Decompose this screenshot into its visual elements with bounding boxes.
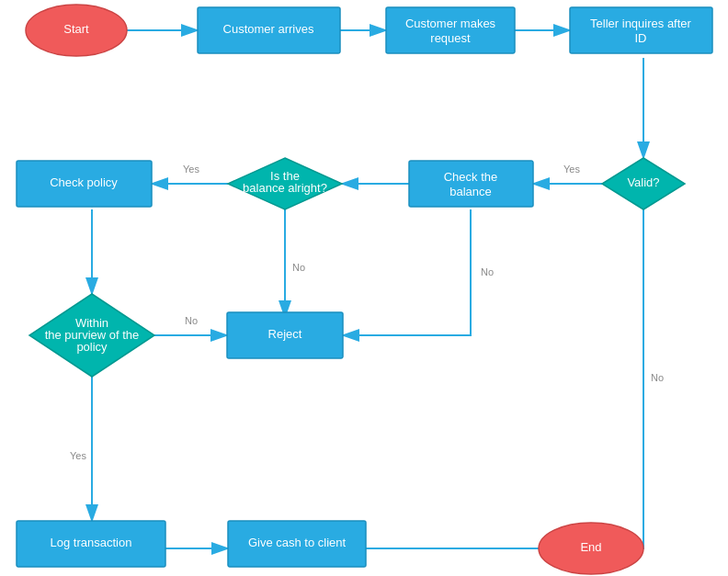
node-teller-label2: ID: [635, 31, 647, 45]
arrow-valid-end-no: [616, 209, 643, 548]
node-log-label: Log transaction: [51, 536, 132, 549]
node-request-label2: request: [430, 31, 471, 45]
label-no-check-balance: No: [481, 266, 494, 277]
label-no-balance: No: [292, 262, 305, 273]
node-start-label: Start: [63, 22, 89, 36]
node-purview-label3: policy: [76, 340, 108, 354]
node-reject-label: Reject: [268, 327, 302, 341]
node-check-balance-label2: balance: [449, 185, 492, 198]
node-end-label: End: [580, 540, 601, 554]
label-no-purview: No: [185, 315, 198, 326]
node-request-label1: Customer makes: [405, 17, 496, 30]
node-check-balance-label1: Check the: [444, 170, 498, 184]
label-no-valid: No: [651, 372, 664, 383]
node-give-cash-label: Give cash to client: [248, 536, 347, 549]
node-balance-alright-label2: balance alright?: [243, 181, 327, 195]
label-yes-purview: Yes: [70, 450, 86, 461]
node-customer-arrives-label: Customer arrives: [223, 22, 314, 36]
node-check-policy-label: Check policy: [50, 175, 118, 189]
node-valid-label: Valid?: [627, 175, 659, 189]
label-yes-balance: Yes: [183, 164, 199, 175]
arrow-check-balance-reject-no: [343, 209, 471, 335]
label-yes-valid: Yes: [563, 164, 580, 175]
node-teller-label1: Teller inquires after: [590, 17, 691, 30]
